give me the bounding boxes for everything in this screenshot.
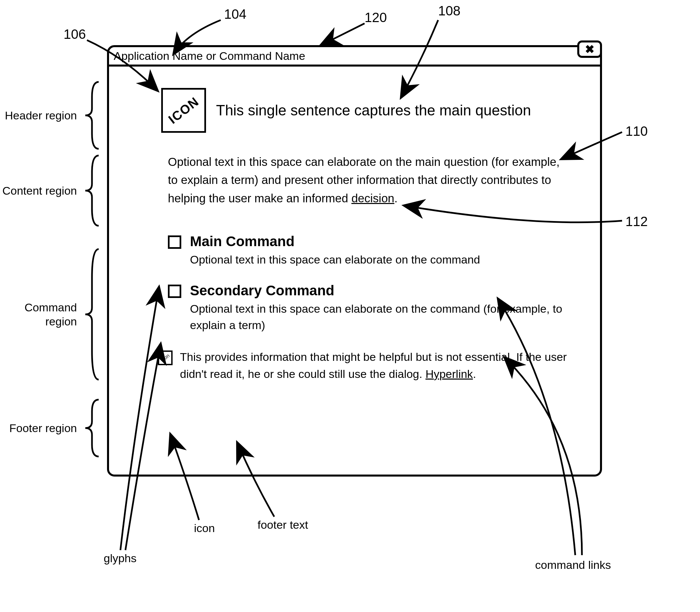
brace-label-content: Content region	[0, 184, 77, 197]
ref-110: 110	[626, 124, 648, 139]
footer-icon: icon	[158, 350, 172, 365]
brace-label-header: Header region	[0, 109, 77, 122]
close-icon: ✖	[585, 42, 594, 56]
brace-label-footer: Footer region	[0, 422, 77, 435]
footer-hyperlink[interactable]: Hyperlink	[425, 367, 473, 380]
footer-region: icon This provides information that migh…	[158, 348, 571, 382]
brace-header: Header region	[0, 80, 107, 151]
content-inline-link[interactable]: decision	[351, 192, 394, 205]
titlebar: Application Name or Command Name ✖	[109, 47, 600, 67]
ref-120: 120	[365, 10, 387, 25]
header-region: ICON This single sentence captures the m…	[161, 88, 585, 133]
command-link-secondary[interactable]: Secondary Command	[168, 282, 585, 298]
content-region: Optional text in this space can elaborat…	[168, 153, 564, 207]
brace-footer: Footer region	[0, 398, 107, 458]
close-button[interactable]: ✖	[577, 40, 602, 58]
content-text-post: .	[394, 192, 398, 205]
callout-glyphs: glyphs	[104, 552, 137, 565]
command-glyph-icon	[168, 284, 181, 298]
command-title: Main Command	[190, 234, 295, 250]
command-subtext: Optional text in this space can elaborat…	[190, 251, 585, 268]
ref-112: 112	[626, 214, 648, 229]
footer-icon-label: icon	[160, 352, 171, 362]
ref-108: 108	[438, 3, 461, 18]
window-title: Application Name or Command Name	[114, 50, 305, 62]
callout-command-links: command links	[535, 558, 611, 572]
header-icon-label: ICON	[166, 94, 202, 126]
header-icon: ICON	[161, 88, 206, 133]
brace-content: Content region	[0, 154, 107, 227]
command-title: Secondary Command	[190, 282, 334, 298]
footer-text-post: .	[473, 367, 476, 380]
main-question: This single sentence captures the main q…	[216, 102, 531, 119]
command-link-main[interactable]: Main Command	[168, 234, 585, 250]
callout-icon: icon	[194, 522, 215, 535]
ref-106: 106	[64, 27, 86, 42]
footer-text: This provides information that might be …	[180, 348, 571, 382]
callout-footer-text: footer text	[257, 518, 308, 531]
command-subtext: Optional text in this space can elaborat…	[190, 301, 585, 334]
brace-command: Command region	[0, 248, 107, 381]
footer-text-pre: This provides information that might be …	[180, 350, 567, 380]
ref-104: 104	[224, 7, 247, 22]
brace-label-command: Command region	[0, 300, 77, 329]
command-glyph-icon	[168, 235, 181, 249]
command-region: Main Command Optional text in this space…	[168, 234, 585, 334]
dialog-window: Application Name or Command Name ✖ ICON …	[107, 45, 602, 476]
